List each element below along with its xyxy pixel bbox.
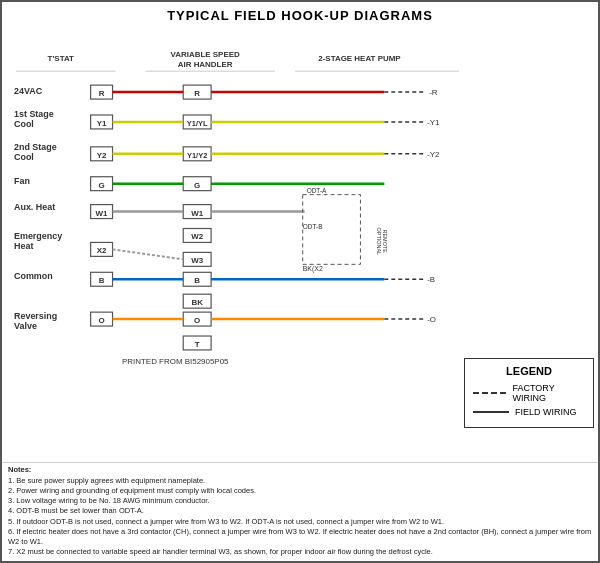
svg-text:24VAC: 24VAC	[14, 86, 43, 96]
svg-line-64	[113, 249, 184, 259]
notes-title: Notes:	[8, 465, 592, 475]
svg-text:2-STAGE HEAT PUMP: 2-STAGE HEAT PUMP	[318, 54, 401, 63]
factory-wiring-label: FACTORY WIRING	[512, 383, 585, 403]
svg-text:Y2: Y2	[97, 151, 107, 160]
page-title: TYPICAL FIELD HOOK-UP DIAGRAMS	[2, 2, 598, 25]
svg-text:Y1/YL: Y1/YL	[187, 119, 208, 128]
note-5: 5. If outdoor ODT-B is not used, connect…	[8, 517, 592, 527]
note-4: 4. ODT-B must be set lower than ODT-A.	[8, 506, 592, 516]
note-7: 7. X2 must be connected to variable spee…	[8, 547, 592, 557]
svg-text:Y1/Y2: Y1/Y2	[187, 151, 207, 160]
svg-text:T'STAT: T'STAT	[48, 54, 74, 63]
wiring-diagram: T'STAT VARIABLE SPEED AIR HANDLER 2-STAG…	[6, 25, 464, 458]
svg-text:Heat: Heat	[14, 241, 33, 251]
svg-text:B: B	[194, 276, 200, 285]
svg-text:Aux. Heat: Aux. Heat	[14, 202, 55, 212]
svg-text:Cool: Cool	[14, 152, 34, 162]
main-container: TYPICAL FIELD HOOK-UP DIAGRAMS T'STAT VA…	[0, 0, 600, 563]
svg-text:Fan: Fan	[14, 176, 30, 186]
svg-text:W1: W1	[191, 209, 204, 218]
field-wiring-icon	[473, 411, 509, 413]
legend-box: LEGEND FACTORY WIRING FIELD WIRING	[464, 358, 594, 428]
notes-section: Notes: 1. Be sure power supply agrees wi…	[2, 462, 598, 561]
svg-text:X2: X2	[97, 246, 107, 255]
svg-text:VARIABLE SPEED: VARIABLE SPEED	[171, 50, 240, 59]
legend-title: LEGEND	[473, 365, 585, 377]
factory-wiring-icon	[473, 392, 506, 394]
svg-text:PRINTED FROM BI52905P05: PRINTED FROM BI52905P05	[122, 357, 229, 366]
note-3: 3. Low voltage wiring to be No. 18 AWG m…	[8, 496, 592, 506]
legend-area: LEGEND FACTORY WIRING FIELD WIRING	[464, 25, 594, 458]
svg-text:Valve: Valve	[14, 321, 37, 331]
svg-text:1st Stage: 1st Stage	[14, 109, 54, 119]
svg-text:OPTIONAL: OPTIONAL	[376, 227, 382, 255]
svg-text:O: O	[194, 316, 200, 325]
note-1: 1. Be sure power supply agrees with equi…	[8, 476, 592, 486]
svg-text:W1: W1	[96, 209, 109, 218]
svg-text:BK(X2: BK(X2	[303, 265, 323, 273]
svg-text:-R: -R	[429, 88, 438, 97]
svg-text:O: O	[98, 316, 104, 325]
svg-text:BK: BK	[191, 298, 203, 307]
svg-text:W2: W2	[191, 232, 204, 241]
svg-text:ODT-A: ODT-A	[307, 187, 327, 194]
legend-item-factory: FACTORY WIRING	[473, 383, 585, 403]
svg-text:T: T	[195, 340, 200, 349]
legend-item-field: FIELD WIRING	[473, 407, 585, 417]
svg-text:AIR HANDLER: AIR HANDLER	[178, 60, 233, 69]
svg-text:-B: -B	[427, 275, 435, 284]
svg-text:-O: -O	[427, 315, 436, 324]
svg-text:-Y1: -Y1	[427, 118, 440, 127]
svg-text:Emergency: Emergency	[14, 231, 62, 241]
svg-text:R: R	[99, 89, 105, 98]
svg-text:2nd Stage: 2nd Stage	[14, 142, 57, 152]
svg-text:R: R	[194, 89, 200, 98]
svg-text:Common: Common	[14, 271, 53, 281]
svg-text:G: G	[98, 181, 104, 190]
svg-text:Cool: Cool	[14, 119, 34, 129]
field-wiring-label: FIELD WIRING	[515, 407, 577, 417]
svg-text:REMOTE: REMOTE	[382, 229, 388, 253]
svg-text:G: G	[194, 181, 200, 190]
svg-text:W3: W3	[191, 256, 204, 265]
content-area: T'STAT VARIABLE SPEED AIR HANDLER 2-STAG…	[2, 25, 598, 462]
svg-text:-Y2: -Y2	[427, 150, 440, 159]
svg-text:ODT-B: ODT-B	[303, 223, 323, 230]
note-2: 2. Power wiring and grounding of equipme…	[8, 486, 592, 496]
diagram-area: T'STAT VARIABLE SPEED AIR HANDLER 2-STAG…	[6, 25, 464, 458]
svg-text:Y1: Y1	[97, 119, 107, 128]
note-6: 6. If electric heater does not have a 3r…	[8, 527, 592, 547]
svg-text:B: B	[99, 276, 105, 285]
svg-text:Reversing: Reversing	[14, 311, 57, 321]
